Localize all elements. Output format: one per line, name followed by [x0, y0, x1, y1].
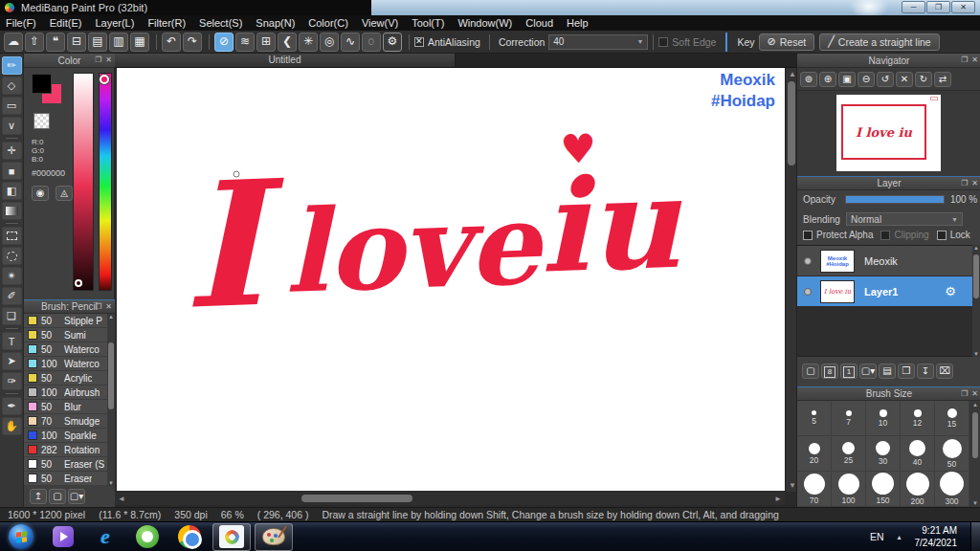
- brush-size-option[interactable]: 200: [901, 472, 935, 507]
- document-settings-icon[interactable]: ▥: [109, 33, 128, 52]
- menu-snap[interactable]: Snap(N): [256, 17, 295, 29]
- popup-panel-icon[interactable]: ❐: [961, 55, 968, 64]
- layer-visibility-dot[interactable]: [804, 257, 812, 265]
- layer-list-scrollbar[interactable]: ▲ ▼: [972, 245, 980, 357]
- brush-size-option[interactable]: 12: [901, 401, 935, 436]
- brush-list-item[interactable]: 100Waterco: [24, 357, 107, 371]
- undo-icon[interactable]: ↶: [162, 33, 181, 52]
- scroll-up-icon[interactable]: ▲: [972, 245, 980, 251]
- popup-panel-icon[interactable]: ❐: [961, 389, 968, 398]
- text-tool[interactable]: T: [2, 332, 22, 350]
- canvas-horizontal-scrollbar[interactable]: ◄ ►: [115, 492, 785, 505]
- new-brush-button[interactable]: ▢: [49, 489, 66, 504]
- navigator-viewport[interactable]: I love iu: [841, 104, 926, 160]
- select-eraser-tool[interactable]: ❏: [2, 307, 22, 325]
- create-straight-line-button[interactable]: ╱ Create a straight line: [819, 33, 940, 51]
- eraser-tool[interactable]: ◇: [2, 77, 22, 95]
- brush-size-option[interactable]: 50: [935, 436, 969, 472]
- close-icon[interactable]: ✕: [105, 55, 112, 64]
- close-icon[interactable]: ✕: [971, 55, 978, 64]
- select-pen-tool[interactable]: ✐: [2, 287, 22, 305]
- snap-off-icon[interactable]: ⊘: [214, 33, 234, 52]
- coccoc-app[interactable]: [128, 523, 167, 551]
- brush-size-option[interactable]: 150: [866, 472, 901, 507]
- chrome-app[interactable]: [170, 523, 209, 551]
- tray-expand-icon[interactable]: ▴: [897, 533, 901, 541]
- move-tool[interactable]: ✛: [2, 142, 22, 160]
- transparent-color-swatch[interactable]: [33, 113, 50, 129]
- magic-wand-tool[interactable]: ✴: [2, 267, 22, 285]
- restore-button[interactable]: ❐: [926, 1, 950, 13]
- correction-dropdown[interactable]: 40 ▼: [548, 34, 648, 50]
- brush-size-option[interactable]: 100: [832, 472, 866, 507]
- start-button[interactable]: [2, 523, 40, 551]
- scrollbar-thumb[interactable]: [788, 81, 795, 165]
- canvas-vertical-scrollbar[interactable]: ▲ ▼: [785, 68, 796, 492]
- menu-cloud[interactable]: Cloud: [525, 17, 553, 29]
- gradient-tool[interactable]: [2, 202, 22, 220]
- snap-curve-icon[interactable]: ∿: [341, 33, 360, 52]
- antialiasing-checkbox[interactable]: [414, 37, 424, 47]
- polyline-tool[interactable]: ∨: [2, 117, 22, 135]
- snap-parallel-icon[interactable]: ≋: [235, 33, 255, 52]
- snap-grid-icon[interactable]: ⊞: [256, 33, 276, 52]
- brush-list-item[interactable]: 282Rotation: [24, 443, 107, 457]
- show-desktop-button[interactable]: [970, 522, 980, 551]
- menu-color[interactable]: Color(C): [308, 17, 348, 29]
- color-wheel-button[interactable]: ◉: [32, 186, 49, 201]
- scroll-right-icon[interactable]: ►: [774, 495, 782, 503]
- zoom-actual-button[interactable]: ⊚: [800, 72, 817, 87]
- navigator-preview[interactable]: I love iu: [797, 91, 980, 176]
- reset-view-button[interactable]: ✕: [896, 72, 913, 87]
- layer-row-meoxik[interactable]: Meoxik#HoidapMeoxik: [797, 246, 980, 276]
- scroll-down-icon[interactable]: ▼: [789, 481, 796, 490]
- redo-icon[interactable]: ↷: [183, 33, 202, 52]
- minimize-button[interactable]: ─: [902, 1, 925, 13]
- fit-screen-button[interactable]: ▣: [838, 72, 856, 87]
- brush-size-option[interactable]: 20: [797, 436, 832, 472]
- add-folder-button[interactable]: ▢▾: [859, 364, 877, 379]
- brush-size-scrollbar[interactable]: ▲ ▼: [969, 401, 980, 507]
- opacity-slider[interactable]: [845, 195, 945, 204]
- folder-button[interactable]: ▤: [879, 364, 896, 379]
- scroll-down-icon[interactable]: ▼: [972, 351, 980, 357]
- hue-bar[interactable]: [99, 73, 112, 291]
- scroll-up-icon[interactable]: ▲: [971, 402, 979, 408]
- brush-size-option[interactable]: 25: [832, 436, 866, 472]
- brush-list-item[interactable]: 50Waterco: [24, 342, 107, 357]
- close-icon[interactable]: ✕: [105, 302, 112, 311]
- brush-size-option[interactable]: 5: [797, 401, 832, 436]
- snap-settings-icon[interactable]: ⚙: [383, 33, 402, 52]
- div-tool[interactable]: ✒: [2, 397, 22, 415]
- brush-list-item[interactable]: 50Sumi: [24, 328, 107, 342]
- lasso-tool[interactable]: [2, 247, 22, 265]
- export-icon[interactable]: ⇧: [25, 33, 44, 52]
- fill-tool[interactable]: ■: [2, 162, 22, 180]
- menu-file[interactable]: File(F): [6, 17, 36, 29]
- new-1bit-layer-button[interactable]: 1: [840, 364, 858, 379]
- zoom-in-button[interactable]: ⊕: [819, 72, 836, 87]
- comment-list-icon[interactable]: ⊟: [67, 33, 86, 52]
- brush-list-item[interactable]: 50Blur: [24, 400, 107, 414]
- duplicate-layer-button[interactable]: ❐: [898, 364, 915, 379]
- layer-settings-gear-icon[interactable]: ⚙: [945, 284, 956, 298]
- canvas[interactable]: I love iu ♥ Meoxik #Hoidap: [117, 68, 785, 491]
- menu-window[interactable]: Window(W): [457, 17, 512, 29]
- shape-brush-tool[interactable]: ▭: [2, 97, 22, 115]
- layer-convert-button[interactable]: ↧: [917, 364, 934, 379]
- close-icon[interactable]: ✕: [971, 389, 978, 398]
- snap-radial-icon[interactable]: ✳: [299, 33, 318, 52]
- brush-list-item[interactable]: 50Eraser: [24, 472, 107, 486]
- scrollbar-thumb[interactable]: [973, 254, 979, 298]
- brush-list-item[interactable]: 50Eraser (S: [24, 457, 107, 472]
- close-icon[interactable]: ✕: [971, 179, 978, 187]
- popup-panel-icon[interactable]: ❐: [95, 55, 101, 64]
- brush-menu-button[interactable]: ▢▾: [68, 489, 85, 504]
- protect-alpha-checkbox[interactable]: [803, 231, 813, 240]
- snap-concentric-icon[interactable]: ◎: [320, 33, 339, 52]
- scrollbar-thumb[interactable]: [108, 342, 114, 409]
- menu-help[interactable]: Help: [567, 17, 589, 29]
- document-icon[interactable]: ▤: [88, 33, 107, 52]
- delete-layer-button[interactable]: ⌧: [936, 364, 953, 379]
- medibang-paint-app[interactable]: [255, 523, 293, 551]
